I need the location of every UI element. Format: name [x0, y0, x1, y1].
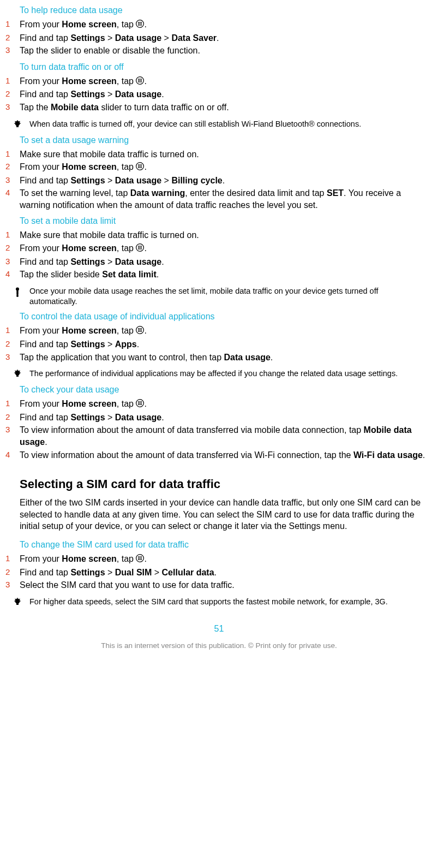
steps-check: From your Home screen, tap .Find and tap…: [5, 398, 427, 461]
svg-point-3: [141, 22, 142, 23]
svg-point-41: [138, 247, 139, 248]
step-item: From your Home screen, tap .: [5, 161, 427, 174]
steps-reduce: From your Home screen, tap .Find and tap…: [5, 19, 427, 57]
heading-reduce: To help reduce data usage: [20, 5, 433, 15]
svg-point-51: [138, 328, 139, 329]
note-sim: For higher data speeds, select the SIM c…: [5, 597, 427, 608]
step-item: To set the warning level, tap Data warni…: [5, 187, 427, 211]
page-number: 51: [5, 624, 433, 634]
svg-point-46: [141, 248, 142, 249]
apps-icon: [136, 76, 144, 88]
svg-line-26: [19, 121, 20, 122]
step-item: Select the SIM card that you want to use…: [5, 579, 427, 591]
lightbulb-icon: [5, 368, 29, 379]
svg-point-58: [140, 331, 141, 332]
svg-point-8: [140, 25, 141, 26]
svg-point-75: [140, 404, 141, 405]
svg-point-11: [138, 79, 139, 80]
step-item: Make sure that mobile data traffic is tu…: [5, 148, 427, 160]
steps-individual: From your Home screen, tap .Find and tap…: [5, 325, 427, 363]
svg-point-47: [16, 287, 19, 290]
note-text: The performance of individual applicatio…: [29, 368, 427, 379]
svg-point-19: [141, 81, 142, 82]
step-item: Find and tap Settings > Dual SIM > Cellu…: [5, 567, 427, 579]
svg-point-14: [138, 80, 139, 81]
step-item: To view information about the amount of …: [5, 424, 427, 448]
apps-icon: [136, 162, 144, 174]
step-item: Find and tap Settings > Data usage > Dat…: [5, 32, 427, 44]
svg-point-56: [141, 330, 142, 331]
svg-point-71: [138, 403, 139, 404]
svg-point-49: [16, 295, 19, 297]
steps-warning: Make sure that mobile data traffic is tu…: [5, 148, 427, 211]
lightbulb-icon: [5, 597, 29, 608]
svg-point-45: [140, 248, 141, 249]
svg-rect-88: [16, 603, 19, 605]
svg-point-57: [138, 331, 139, 332]
step-item: From your Home screen, tap .: [5, 19, 427, 31]
exclamation-icon: [5, 286, 29, 297]
note-text: Once your mobile data usage reaches the …: [29, 286, 427, 307]
svg-point-9: [141, 25, 142, 26]
heading-check: To check your data usage: [20, 385, 433, 395]
svg-rect-21: [16, 126, 19, 127]
svg-point-13: [141, 79, 142, 80]
svg-line-65: [15, 371, 16, 372]
svg-line-66: [19, 371, 20, 372]
svg-point-2: [140, 22, 141, 23]
step-item: Make sure that mobile data traffic is tu…: [5, 229, 427, 241]
step-item: Find and tap Settings > Data usage.: [5, 256, 427, 268]
svg-point-39: [140, 246, 141, 247]
step-item: Tap the Mobile data slider to turn data …: [5, 102, 427, 114]
svg-point-31: [138, 166, 139, 167]
apps-icon: [136, 325, 144, 337]
svg-point-42: [140, 247, 141, 248]
svg-point-5: [140, 23, 141, 24]
svg-point-72: [140, 403, 141, 404]
svg-point-78: [138, 556, 139, 557]
step-item: From your Home screen, tap .: [5, 325, 427, 337]
svg-point-44: [138, 248, 139, 249]
svg-point-1: [138, 22, 139, 23]
page-content: To help reduce data usage From your Home…: [0, 5, 438, 661]
lightbulb-icon: [5, 119, 29, 130]
svg-point-12: [140, 79, 141, 80]
svg-point-85: [140, 559, 141, 560]
step-item: Find and tap Settings > Apps.: [5, 338, 427, 350]
note-text: When data traffic is turned off, your de…: [29, 119, 427, 129]
section-title-sim: Selecting a SIM card for data traffic: [20, 477, 433, 491]
svg-point-55: [140, 330, 141, 331]
svg-point-84: [138, 559, 139, 560]
step-item: From your Home screen, tap .: [5, 398, 427, 411]
svg-line-92: [15, 599, 16, 600]
svg-point-30: [141, 164, 142, 165]
svg-point-28: [138, 164, 139, 165]
svg-point-69: [140, 401, 141, 402]
step-item: Find and tap Settings > Data usage.: [5, 88, 427, 100]
svg-point-79: [140, 556, 141, 557]
svg-point-18: [140, 81, 141, 82]
svg-point-4: [138, 23, 139, 24]
svg-point-29: [140, 164, 141, 165]
steps-sim: From your Home screen, tap .Find and tap…: [5, 553, 427, 591]
apps-icon: [136, 554, 144, 566]
svg-point-52: [140, 328, 141, 329]
svg-point-36: [141, 167, 142, 168]
svg-point-54: [138, 330, 139, 331]
svg-point-35: [140, 167, 141, 168]
footer-text: This is an internet version of this publ…: [5, 641, 433, 650]
steps-limit: Make sure that mobile data traffic is tu…: [5, 229, 427, 280]
svg-point-74: [138, 404, 139, 405]
svg-point-86: [141, 559, 142, 560]
svg-point-80: [141, 556, 142, 557]
step-item: To view information about the amount of …: [5, 449, 427, 461]
step-item: Find and tap Settings > Data usage.: [5, 412, 427, 424]
note-limit: Once your mobile data usage reaches the …: [5, 286, 427, 307]
svg-point-38: [138, 246, 139, 247]
apps-icon: [136, 19, 144, 31]
heading-traffic: To turn data traffic on or off: [20, 62, 433, 72]
svg-point-6: [141, 23, 142, 24]
steps-traffic: From your Home screen, tap .Find and tap…: [5, 75, 427, 114]
svg-rect-61: [16, 375, 19, 377]
note-traffic: When data traffic is turned off, your de…: [5, 119, 427, 130]
